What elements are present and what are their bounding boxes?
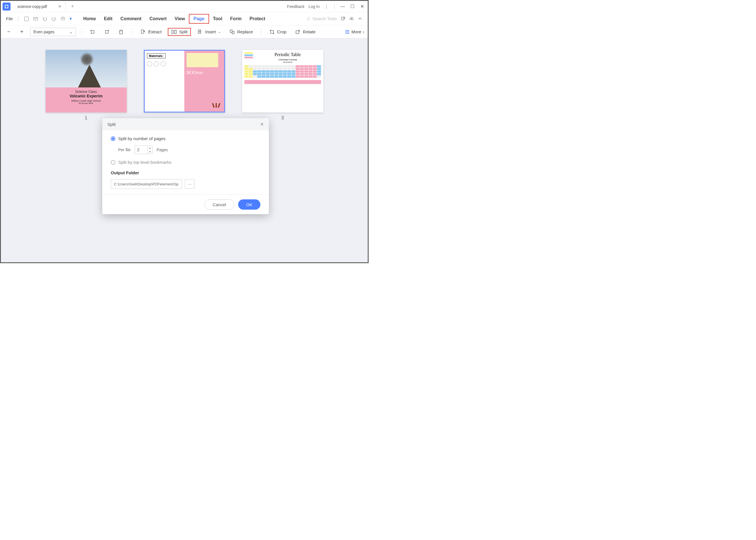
minimize-button[interactable]: — xyxy=(340,4,346,9)
mail-icon[interactable] xyxy=(33,16,38,21)
cancel-button[interactable]: Cancel xyxy=(205,200,234,209)
thumb1-line1: Science Class xyxy=(48,90,124,94)
rotate-right-button[interactable] xyxy=(102,28,112,36)
menubar-right: Search Tools xyxy=(306,16,366,21)
periodic-grid xyxy=(244,65,321,78)
rotate-button[interactable]: Rotate xyxy=(293,28,318,36)
feedback-link[interactable]: Feedback xyxy=(287,4,305,9)
tab-title: science-copy.pdf xyxy=(17,4,47,9)
split-button[interactable]: Split xyxy=(168,28,191,36)
replace-icon xyxy=(229,29,235,35)
delete-page-button[interactable] xyxy=(116,28,126,36)
menu-form[interactable]: Form xyxy=(226,15,245,23)
crop-icon xyxy=(269,29,275,35)
radio-icon[interactable] xyxy=(111,136,115,141)
new-tab-button[interactable]: + xyxy=(71,3,74,9)
spinner-down-icon[interactable]: ▼ xyxy=(148,150,152,154)
kebab-menu-icon[interactable]: ⋮ xyxy=(324,4,329,9)
split-by-pages-option[interactable]: Split by number of pages xyxy=(111,136,260,141)
spinner-up-icon[interactable]: ▲ xyxy=(148,146,152,150)
output-folder-input[interactable] xyxy=(111,179,182,189)
print-icon[interactable] xyxy=(61,16,66,21)
menu-tool[interactable]: Tool xyxy=(209,15,227,23)
bulb-icon xyxy=(306,17,311,21)
chevron-down-icon: ⌄ xyxy=(218,30,221,34)
dialog-close-icon[interactable]: ✕ xyxy=(260,122,264,127)
page-3-wrap: Periodic Table Chemical Formula H-O-O-H … xyxy=(242,50,323,120)
browse-folder-button[interactable]: ··· xyxy=(185,179,195,189)
divider xyxy=(81,28,82,36)
chevron-up-icon[interactable] xyxy=(358,16,363,21)
cloud-up-icon[interactable] xyxy=(349,16,354,21)
more-label: More xyxy=(352,29,361,34)
menu-protect[interactable]: Protect xyxy=(245,15,269,23)
chevron-right-icon: › xyxy=(363,29,364,34)
rotate-left-button[interactable] xyxy=(87,28,98,36)
tab-close-icon[interactable]: × xyxy=(59,4,61,9)
pages-suffix: Pages xyxy=(157,148,168,152)
per-file-row: Per file ▲ ▼ Pages xyxy=(118,146,260,154)
menu-comment[interactable]: Comment xyxy=(116,15,146,23)
maximize-button[interactable]: ☐ xyxy=(350,4,355,9)
radio-icon[interactable] xyxy=(111,160,115,165)
menu-convert[interactable]: Convert xyxy=(146,15,171,23)
dialog-footer: Cancel OK xyxy=(102,195,269,214)
search-tools-label: Search Tools xyxy=(313,16,337,21)
page-range-value: Even pages xyxy=(33,30,55,34)
page-2-wrap: Materials: BOOooo xyxy=(144,50,225,112)
svg-rect-15 xyxy=(230,30,232,33)
more-button[interactable]: More › xyxy=(345,29,364,35)
qat-customize-icon[interactable]: ▾ xyxy=(70,16,72,21)
replace-button[interactable]: Replace xyxy=(227,28,255,36)
page-thumbnail-1[interactable]: Science Class Volcanic Experim Willow Cr… xyxy=(46,50,127,112)
zoom-out-button[interactable]: − xyxy=(4,29,13,35)
search-tools[interactable]: Search Tools xyxy=(306,16,337,21)
menu-page[interactable]: Page xyxy=(189,14,209,24)
page-thumbnail-3[interactable]: Periodic Table Chemical Formula H-O-O-H xyxy=(242,50,323,112)
crop-label: Crop xyxy=(277,29,287,34)
split-by-bookmarks-label: Split by top level bookmarks xyxy=(118,160,172,165)
crop-button[interactable]: Crop xyxy=(267,28,289,36)
split-icon xyxy=(171,29,177,35)
menu-home[interactable]: Home xyxy=(79,15,100,23)
close-window-button[interactable]: ✕ xyxy=(359,4,365,9)
insert-label: Insert xyxy=(205,29,216,34)
page-number-3: 3 xyxy=(281,115,284,120)
file-menu[interactable]: File xyxy=(3,16,16,21)
page-number-1: 1 xyxy=(85,115,87,120)
document-tab[interactable]: science-copy.pdf × xyxy=(13,1,66,12)
per-file-spinner[interactable]: ▲ ▼ xyxy=(135,146,153,154)
svg-rect-11 xyxy=(141,30,144,33)
ok-button[interactable]: OK xyxy=(238,200,260,209)
app-icon xyxy=(3,3,11,11)
login-link[interactable]: Log In xyxy=(309,4,320,9)
share-icon[interactable] xyxy=(340,16,346,21)
per-file-input[interactable] xyxy=(135,148,148,152)
thumb1-line3: Willow Creek High School xyxy=(48,99,124,102)
svg-rect-10 xyxy=(120,31,122,34)
dialog-title: Split xyxy=(107,122,116,127)
rotate-icon xyxy=(295,29,301,35)
undo-icon[interactable] xyxy=(42,16,47,21)
extract-button[interactable]: Extract xyxy=(138,28,164,36)
titlebar-right: Feedback Log In ⋮ — ☐ ✕ xyxy=(287,4,368,9)
more-icon xyxy=(345,29,350,35)
svg-point-6 xyxy=(307,17,310,20)
quick-access-toolbar: ▾ xyxy=(21,16,75,21)
periodic-title: Periodic Table xyxy=(255,52,321,57)
svg-rect-1 xyxy=(5,5,8,8)
split-dialog: Split ✕ Split by number of pages Per fil… xyxy=(102,118,269,214)
menu-view[interactable]: View xyxy=(171,15,189,23)
zoom-in-button[interactable]: + xyxy=(17,29,27,35)
split-label: Split xyxy=(179,29,188,34)
boo-text: BOOooo xyxy=(187,70,203,75)
page-thumbnail-2[interactable]: Materials: BOOooo xyxy=(144,50,225,112)
split-by-bookmarks-option[interactable]: Split by top level bookmarks xyxy=(111,160,260,165)
menu-edit[interactable]: Edit xyxy=(100,15,116,23)
chevron-down-icon: ⌄ xyxy=(69,30,73,34)
page-range-select[interactable]: Even pages ⌄ xyxy=(30,28,76,36)
save-icon[interactable] xyxy=(24,16,29,21)
redo-icon[interactable] xyxy=(51,16,57,21)
insert-button[interactable]: Insert ⌄ xyxy=(195,28,223,36)
periodic-sub2: H-O-O-H xyxy=(255,61,321,64)
